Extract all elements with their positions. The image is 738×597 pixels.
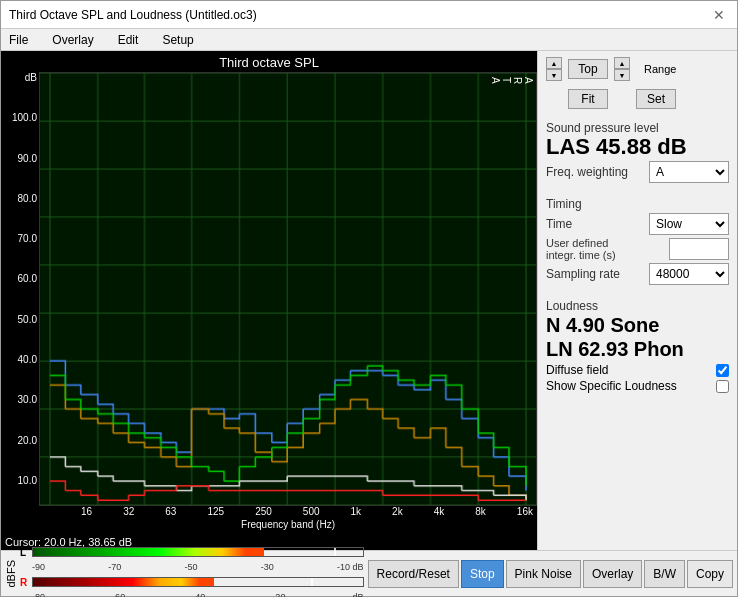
spl-section: Sound pressure level LAS 45.88 dB Freq. … <box>546 117 729 185</box>
chart-container: dB 100.0 90.0 80.0 70.0 60.0 50.0 40.0 3… <box>1 72 537 506</box>
x-125: 125 <box>207 506 224 517</box>
x-axis-row: 16 32 63 125 250 500 1k 2k 4k 8k 16k <box>1 506 537 519</box>
chart-inner: ARTA <box>39 72 537 506</box>
right-panel: ▲ ▼ Top ▲ ▼ Range Fit Set Sound pressure… <box>537 51 737 550</box>
range-spin-group: ▲ ▼ <box>614 57 630 81</box>
meter-r-label: R <box>20 577 30 588</box>
sampling-rate-label: Sampling rate <box>546 267 620 281</box>
user-defined-label: User defined integr. time (s) <box>546 237 636 261</box>
n-value: N 4.90 Sone <box>546 313 729 337</box>
tick-r-40: -40 <box>192 592 205 597</box>
main-content: Third octave SPL dB 100.0 90.0 80.0 70.0… <box>1 51 737 550</box>
set-button[interactable]: Set <box>636 89 676 109</box>
y-20: 20.0 <box>5 435 37 446</box>
tick-l-10: -10 dB <box>337 562 364 572</box>
ln-value: LN 62.93 Phon <box>546 337 729 361</box>
diffuse-field-label: Diffuse field <box>546 363 608 377</box>
stop-btn[interactable]: Stop <box>461 560 504 588</box>
x-axis-inner: 16 32 63 125 250 500 1k 2k 4k 8k 16k <box>77 506 537 517</box>
range-label: Range <box>636 61 684 77</box>
menu-file[interactable]: File <box>5 33 32 47</box>
meter-tick-bottom: -80 -60 -40 -20 dB <box>20 592 364 597</box>
top-spin-group: ▲ ▼ <box>546 57 562 81</box>
meter-wrapper: L -90 -70 -50 -30 -10 dB R <box>20 545 364 597</box>
show-specific-row: Show Specific Loudness <box>546 379 729 393</box>
overlay-btn[interactable]: Overlay <box>583 560 642 588</box>
freq-weighting-row: Freq. weighting A B C <box>546 161 729 183</box>
menu-overlay[interactable]: Overlay <box>48 33 97 47</box>
db-label: dB <box>5 72 37 83</box>
y-100: 100.0 <box>5 112 37 123</box>
tick-l-90: -90 <box>32 562 45 572</box>
time-label: Time <box>546 217 572 231</box>
tick-l-50: -50 <box>185 562 198 572</box>
fit-controls: Fit Set <box>546 89 729 109</box>
range-up-btn[interactable]: ▲ <box>614 57 630 69</box>
bw-btn[interactable]: B/W <box>644 560 685 588</box>
fit-button[interactable]: Fit <box>568 89 608 109</box>
y-80: 80.0 <box>5 193 37 204</box>
meter-l-row: L <box>20 545 364 559</box>
timing-section: Timing Time Slow Fast User defined integ… <box>546 193 729 287</box>
range-down-btn[interactable]: ▼ <box>614 69 630 81</box>
time-select[interactable]: Slow Fast <box>649 213 729 235</box>
time-row: Time Slow Fast <box>546 213 729 235</box>
title-bar: Third Octave SPL and Loudness (Untitled.… <box>1 1 737 29</box>
top-up-btn[interactable]: ▲ <box>546 57 562 69</box>
x-250: 250 <box>255 506 272 517</box>
show-specific-checkbox[interactable] <box>716 380 729 393</box>
freq-label: Frequency band (Hz) <box>39 519 537 530</box>
sampling-rate-row: Sampling rate 48000 44100 <box>546 263 729 285</box>
menu-setup[interactable]: Setup <box>158 33 197 47</box>
freq-weighting-select[interactable]: A B C <box>649 161 729 183</box>
meter-r-row: R <box>20 575 364 589</box>
diffuse-field-checkbox[interactable] <box>716 364 729 377</box>
y-30: 30.0 <box>5 394 37 405</box>
tick-l-30: -30 <box>261 562 274 572</box>
close-button[interactable]: ✕ <box>709 5 729 25</box>
meter-tick-top: -90 -70 -50 -30 -10 dB <box>20 562 364 572</box>
spl-section-label: Sound pressure level <box>546 121 729 135</box>
y-70: 70.0 <box>5 233 37 244</box>
loudness-section-label: Loudness <box>546 299 729 313</box>
pink-noise-btn[interactable]: Pink Noise <box>506 560 581 588</box>
menu-bar: File Overlay Edit Setup <box>1 29 737 51</box>
loudness-section: Loudness N 4.90 Sone LN 62.93 Phon Diffu… <box>546 295 729 395</box>
top-controls: ▲ ▼ Top ▲ ▼ Range <box>546 57 729 81</box>
x-500: 500 <box>303 506 320 517</box>
record-reset-btn[interactable]: Record/Reset <box>368 560 459 588</box>
x-32: 32 <box>123 506 134 517</box>
x-16: 16 <box>81 506 92 517</box>
window-title: Third Octave SPL and Loudness (Untitled.… <box>9 8 257 22</box>
y-50: 50.0 <box>5 314 37 325</box>
x-63: 63 <box>165 506 176 517</box>
x-16k: 16k <box>517 506 533 517</box>
y-90: 90.0 <box>5 153 37 164</box>
x-2k: 2k <box>392 506 403 517</box>
user-defined-input[interactable]: 10 <box>669 238 729 260</box>
main-window: Third Octave SPL and Loudness (Untitled.… <box>0 0 738 597</box>
chart-title: Third octave SPL <box>1 51 537 72</box>
top-button[interactable]: Top <box>568 59 608 79</box>
user-defined-row: User defined integr. time (s) 10 <box>546 237 729 261</box>
top-down-btn[interactable]: ▼ <box>546 69 562 81</box>
y-10: 10.0 <box>5 475 37 486</box>
tick-r-80: -80 <box>32 592 45 597</box>
arta-label: ARTA <box>490 77 534 84</box>
tick-r-20: -20 <box>272 592 285 597</box>
bottom-bar: dBFS L -90 -70 -50 -30 -10 dB R <box>1 550 737 596</box>
copy-btn[interactable]: Copy <box>687 560 733 588</box>
spl-value: LAS 45.88 dB <box>546 135 729 159</box>
menu-edit[interactable]: Edit <box>114 33 143 47</box>
freq-weighting-label: Freq. weighting <box>546 165 628 179</box>
tick-r-60: -60 <box>112 592 125 597</box>
diffuse-field-row: Diffuse field <box>546 363 729 377</box>
x-4k: 4k <box>434 506 445 517</box>
y-60: 60.0 <box>5 273 37 284</box>
y-40: 40.0 <box>5 354 37 365</box>
x-8k: 8k <box>475 506 486 517</box>
show-specific-label: Show Specific Loudness <box>546 379 677 393</box>
y-axis: dB 100.0 90.0 80.0 70.0 60.0 50.0 40.0 3… <box>1 72 39 506</box>
sampling-rate-select[interactable]: 48000 44100 <box>649 263 729 285</box>
x-1k: 1k <box>351 506 362 517</box>
